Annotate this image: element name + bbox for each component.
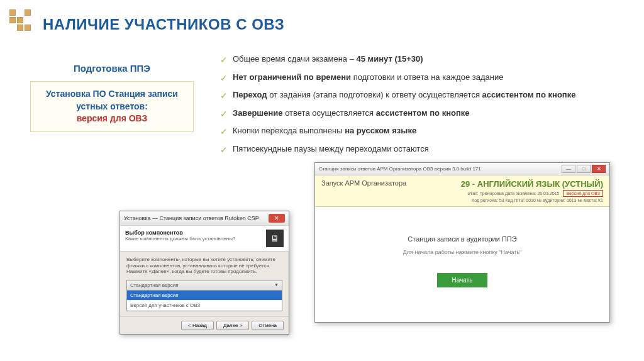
install-box: Установка ПО Станция записи устных ответ… — [30, 81, 194, 132]
logo-icon — [9, 9, 31, 31]
version-badge: Версия для ОВЗ — [563, 190, 603, 197]
list-item: ✓ Кнопки перехода выполнены на русском я… — [220, 125, 616, 138]
app-body-sub: Для начала работы нажмите кнопку "Начать… — [328, 249, 597, 255]
app-titlebar: Станция записи ответов АРМ Организатора … — [315, 163, 609, 175]
list-item: ✓ Переход от задания (этапа подготовки) … — [220, 89, 616, 103]
installer-header: Выбор компонентов Какие компоненты должн… — [120, 226, 289, 252]
app-header: Запуск АРМ Организатора 29 - АНГЛИЙСКИЙ … — [315, 175, 609, 207]
minimize-button[interactable]: — — [562, 165, 575, 173]
installer-icon: 🖥 — [266, 230, 284, 247]
list-item: ✓ Завершение ответа осуществляется ассис… — [220, 108, 616, 121]
back-button[interactable]: < Назад — [181, 321, 214, 330]
subject-label: 29 - АНГЛИЙСКИЙ ЯЗЫК (УСТНЫЙ) — [461, 179, 603, 189]
component-select[interactable]: Стандартная версия ▼ Стандартная версия … — [126, 280, 282, 311]
close-button[interactable]: ✕ — [269, 214, 285, 223]
install-line2: версия для ОВЗ — [38, 113, 186, 125]
list-item: ✓ Пятисекундные паузы между переходами о… — [220, 143, 616, 157]
check-icon: ✓ — [220, 54, 228, 67]
installer-header-sub: Какие компоненты должны быть установлены… — [125, 236, 235, 242]
select-option[interactable]: Стандартная версия — [127, 291, 282, 301]
meta-line: Этап: Тренировка Дата экзамена: 26.03.20… — [461, 190, 603, 197]
app-window: Станция записи ответов АРМ Организатора … — [314, 162, 610, 323]
installer-body: Выберите компоненты, которые вы хотите у… — [120, 252, 289, 316]
check-icon: ✓ — [220, 90, 228, 103]
check-icon: ✓ — [220, 144, 228, 157]
check-icon: ✓ — [220, 126, 228, 138]
list-item: ✓ Нет ограничений по времени подготовки … — [220, 72, 616, 85]
installer-titlebar-text: Установка — Станция записи ответов Rutok… — [124, 215, 259, 221]
prep-title: Подготовка ППЭ — [30, 63, 194, 74]
start-button[interactable]: Начать — [437, 273, 488, 287]
app-body-title: Станция записи в аудитории ППЭ — [328, 235, 597, 243]
installer-window: Установка — Станция записи ответов Rutok… — [119, 211, 289, 335]
launch-label: Запуск АРМ Организатора — [321, 179, 406, 187]
maximize-button[interactable]: □ — [577, 165, 591, 173]
meta-line: Код региона: 53 Код ППЭ: 0010 № аудитори… — [461, 198, 603, 203]
install-line1: Установка ПО Станция записи устных ответ… — [38, 88, 186, 113]
installer-titlebar: Установка — Станция записи ответов Rutok… — [120, 211, 289, 226]
check-icon: ✓ — [220, 108, 228, 121]
left-panel: Подготовка ППЭ Установка ПО Станция запи… — [30, 63, 194, 132]
app-body: Станция записи в аудитории ППЭ Для начал… — [315, 207, 609, 322]
cancel-button[interactable]: Отмена — [252, 321, 284, 330]
close-button[interactable]: ✕ — [592, 165, 606, 173]
list-item: ✓ Общее время сдачи экзамена – 45 минут … — [220, 53, 616, 67]
installer-body-text: Выберите компоненты, которые вы хотите у… — [126, 257, 282, 275]
next-button[interactable]: Далее > — [216, 321, 249, 330]
select-option[interactable]: Версия для участников с ОВЗ — [127, 301, 282, 311]
bullet-list: ✓ Общее время сдачи экзамена – 45 минут … — [220, 53, 616, 162]
installer-header-title: Выбор компонентов — [125, 230, 235, 236]
check-icon: ✓ — [220, 72, 228, 85]
chevron-down-icon: ▼ — [274, 282, 279, 288]
installer-footer: < Назад Далее > Отмена — [120, 316, 289, 334]
page-title: НАЛИЧИЕ УЧАСТНИКОВ С ОВЗ — [43, 16, 284, 33]
app-titlebar-text: Станция записи ответов АРМ Организатора … — [319, 166, 481, 172]
